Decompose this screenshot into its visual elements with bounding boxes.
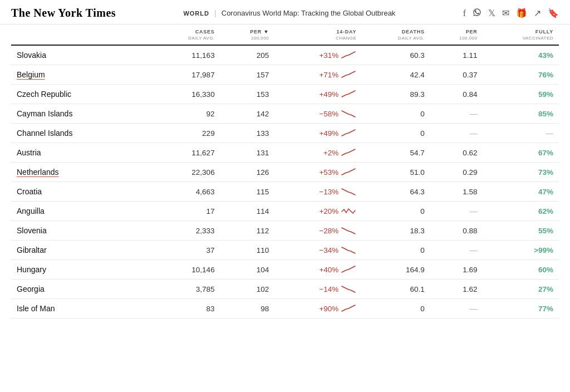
deaths-value: 54.7 bbox=[362, 143, 430, 163]
deaths-value: 64.3 bbox=[362, 182, 430, 202]
per100k2-value: — bbox=[430, 124, 483, 143]
deaths-value: 0 bbox=[362, 202, 430, 221]
per100k-value: 98 bbox=[220, 299, 275, 318]
change-value: +53% bbox=[274, 163, 362, 182]
whatsapp-icon[interactable] bbox=[473, 8, 481, 19]
per100k-value: 157 bbox=[220, 65, 275, 85]
per100k-value: 104 bbox=[220, 260, 275, 280]
vaccinated-value: 60% bbox=[483, 260, 559, 280]
facebook-icon[interactable]: f bbox=[463, 8, 466, 18]
covid-data-table: CASES DAILY AVG. PER ▼ 100,000 14-DAY CH… bbox=[11, 24, 559, 318]
table-row: Slovenia 2,333 112 −28% 18.3 0.88 55% bbox=[11, 221, 559, 241]
table-row: Channel Islands 229 133 +49% 0 — — bbox=[11, 124, 559, 143]
change-value: +20% bbox=[274, 202, 362, 221]
vaccinated-value: 55% bbox=[483, 221, 559, 241]
vaccinated-value: >99% bbox=[483, 241, 559, 260]
nyt-logo: The New York Times bbox=[11, 7, 116, 19]
change-value: +90% bbox=[274, 299, 362, 318]
per100k2-value: 1.11 bbox=[430, 45, 483, 65]
vaccinated-value: 47% bbox=[483, 182, 559, 202]
cases-value: 83 bbox=[152, 299, 220, 318]
cases-value: 11,627 bbox=[152, 143, 220, 163]
table-row: Isle of Man 83 98 +90% 0 — 77% bbox=[11, 299, 559, 318]
sparkline-icon bbox=[341, 109, 356, 119]
cases-value: 229 bbox=[152, 124, 220, 143]
change-value: −13% bbox=[274, 182, 362, 202]
cases-value: 3,785 bbox=[152, 280, 220, 299]
header-center: WORLD | Coronavirus World Map: Tracking … bbox=[116, 9, 463, 18]
vaccinated-value: 62% bbox=[483, 202, 559, 221]
per100k2-value: 0.84 bbox=[430, 85, 483, 104]
per100k2-value: 1.62 bbox=[430, 280, 483, 299]
country-name: Slovenia bbox=[11, 221, 152, 241]
header-title: Coronavirus World Map: Tracking the Glob… bbox=[222, 9, 396, 17]
vaccinated-value: 85% bbox=[483, 104, 559, 124]
sparkline-icon bbox=[341, 50, 356, 60]
cases-value: 10,146 bbox=[152, 260, 220, 280]
cases-value: 37 bbox=[152, 241, 220, 260]
per100k-value: 205 bbox=[220, 45, 275, 65]
email-icon[interactable]: ✉ bbox=[502, 8, 509, 18]
deaths-value: 89.3 bbox=[362, 85, 430, 104]
deaths-value: 0 bbox=[362, 124, 430, 143]
col-header-country bbox=[11, 24, 152, 45]
table-row: Gibraltar 37 110 −34% 0 — >99% bbox=[11, 241, 559, 260]
gift-icon[interactable]: 🎁 bbox=[516, 8, 527, 18]
table-row: Slovakia 11,163 205 +31% 60.3 1.11 43% bbox=[11, 45, 559, 65]
per100k-value: 112 bbox=[220, 221, 275, 241]
change-value: +2% bbox=[274, 143, 362, 163]
col-header-per100k2: PER 100,000 bbox=[430, 24, 483, 45]
table-body: Slovakia 11,163 205 +31% 60.3 1.11 43% B… bbox=[11, 45, 559, 318]
sparkline-icon bbox=[341, 89, 356, 99]
cases-value: 4,663 bbox=[152, 182, 220, 202]
sparkline-icon bbox=[341, 226, 356, 236]
change-value: −28% bbox=[274, 221, 362, 241]
table-row: Georgia 3,785 102 −14% 60.1 1.62 27% bbox=[11, 280, 559, 299]
table-row: Cayman Islands 92 142 −58% 0 — 85% bbox=[11, 104, 559, 124]
sparkline-icon bbox=[341, 70, 356, 80]
country-name: Georgia bbox=[11, 280, 152, 299]
page-header: The New York Times WORLD | Coronavirus W… bbox=[0, 0, 570, 24]
sparkline-icon bbox=[341, 187, 356, 197]
header-section: WORLD bbox=[183, 10, 209, 17]
cases-value: 11,163 bbox=[152, 45, 220, 65]
vaccinated-value: 43% bbox=[483, 45, 559, 65]
col-header-change: 14-DAY CHANGE bbox=[274, 24, 362, 45]
data-table-wrapper: CASES DAILY AVG. PER ▼ 100,000 14-DAY CH… bbox=[0, 24, 570, 318]
per100k2-value: — bbox=[430, 202, 483, 221]
country-name: Croatia bbox=[11, 182, 152, 202]
share-icon[interactable]: ↗ bbox=[534, 8, 541, 18]
deaths-value: 0 bbox=[362, 104, 430, 124]
per100k-value: 131 bbox=[220, 143, 275, 163]
bookmark-icon[interactable]: 🔖 bbox=[548, 8, 559, 18]
per100k2-value: — bbox=[430, 241, 483, 260]
change-value: +49% bbox=[274, 124, 362, 143]
per100k2-value: — bbox=[430, 299, 483, 318]
deaths-value: 42.4 bbox=[362, 65, 430, 85]
sparkline-icon bbox=[341, 284, 356, 294]
vaccinated-value: — bbox=[483, 124, 559, 143]
vaccinated-value: 67% bbox=[483, 143, 559, 163]
cases-value: 16,330 bbox=[152, 85, 220, 104]
vaccinated-value: 73% bbox=[483, 163, 559, 182]
per100k-value: 133 bbox=[220, 124, 275, 143]
header-sep: | bbox=[214, 9, 216, 17]
table-row: Anguilla 17 114 +20% 0 — 62% bbox=[11, 202, 559, 221]
table-row: Austria 11,627 131 +2% 54.7 0.62 67% bbox=[11, 143, 559, 163]
per100k2-value: 0.37 bbox=[430, 65, 483, 85]
cases-value: 92 bbox=[152, 104, 220, 124]
per100k-value: 115 bbox=[220, 182, 275, 202]
table-header: CASES DAILY AVG. PER ▼ 100,000 14-DAY CH… bbox=[11, 24, 559, 45]
cases-value: 17 bbox=[152, 202, 220, 221]
twitter-icon[interactable]: 𝕏 bbox=[488, 8, 495, 18]
change-value: −14% bbox=[274, 280, 362, 299]
col-header-deaths: DEATHS DAILY AVG. bbox=[362, 24, 430, 45]
per100k-value: 153 bbox=[220, 85, 275, 104]
per100k-value: 102 bbox=[220, 280, 275, 299]
change-value: −58% bbox=[274, 104, 362, 124]
per100k-value: 110 bbox=[220, 241, 275, 260]
country-name: Anguilla bbox=[11, 202, 152, 221]
per100k-value: 142 bbox=[220, 104, 275, 124]
country-name: Austria bbox=[11, 143, 152, 163]
col-header-per100k[interactable]: PER ▼ 100,000 bbox=[220, 24, 275, 45]
